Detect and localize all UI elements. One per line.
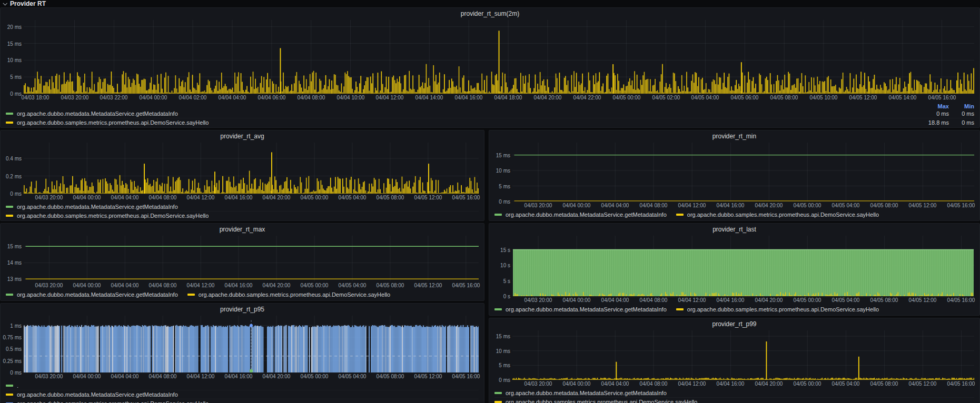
x-axis-label: 04/04 16:00 bbox=[708, 381, 753, 387]
legend-row: org.apache.dubbo.metadata.MetadataServic… bbox=[494, 210, 974, 219]
x-axis-label: 04/05 08:00 bbox=[762, 95, 806, 101]
x-axis-label: 04/05 12:00 bbox=[900, 203, 945, 209]
chart-legend: org.apache.dubbo.metadata.MetadataServic… bbox=[494, 305, 974, 314]
series-color-dash-icon bbox=[494, 401, 502, 403]
chart-plot-provider_rt_max[interactable] bbox=[24, 236, 479, 281]
legend-item[interactable]: org.apache.dubbo.samples.metrics.prometh… bbox=[494, 397, 974, 403]
series-color-dash-icon bbox=[676, 308, 684, 310]
x-axis-label: 04/05 12:00 bbox=[841, 95, 885, 101]
legend-item[interactable]: org.apache.dubbo.samples.metrics.prometh… bbox=[6, 211, 479, 220]
panel-title[interactable]: provider_rt_p99 bbox=[489, 320, 979, 328]
y-axis-label: 0.4 ms bbox=[2, 156, 22, 162]
panel-title[interactable]: provider_rt_avg bbox=[1, 133, 484, 140]
legend-series-name: org.apache.dubbo.metadata.MetadataServic… bbox=[506, 390, 667, 396]
x-axis-label: 04/05 08:00 bbox=[862, 203, 906, 209]
legend-item[interactable]: org.apache.dubbo.samples.metrics.prometh… bbox=[187, 291, 390, 298]
legend-series-name: org.apache.dubbo.samples.metrics.prometh… bbox=[17, 213, 209, 219]
x-axis-label: 04/04 20:00 bbox=[747, 203, 791, 209]
y-axis-label: 0 ms bbox=[2, 191, 22, 197]
y-axis-label: 15 ms bbox=[2, 41, 22, 47]
legend-header: MaxMin bbox=[6, 103, 974, 109]
x-axis-label: 04/05 12:00 bbox=[900, 297, 945, 304]
x-axis-label: 04/05 08:00 bbox=[862, 297, 906, 304]
x-axis-label: 04/04 04:00 bbox=[593, 203, 637, 209]
series-color-dash-icon bbox=[6, 206, 13, 208]
x-axis-label: 04/04 04:00 bbox=[593, 297, 637, 304]
legend-max-value: 0 ms bbox=[912, 110, 949, 117]
chevron-down-icon bbox=[3, 1, 7, 5]
legend-item[interactable]: . bbox=[6, 381, 479, 390]
series-color-dash-icon bbox=[676, 214, 684, 216]
panel-title[interactable]: provider_rt_min bbox=[489, 133, 979, 140]
series-color-dash-icon bbox=[6, 122, 13, 124]
legend-item[interactable]: org.apache.dubbo.metadata.MetadataServic… bbox=[494, 389, 974, 397]
x-axis-label: 04/04 04:00 bbox=[210, 95, 254, 101]
legend-item[interactable]: org.apache.dubbo.metadata.MetadataServic… bbox=[494, 306, 667, 313]
dashboard-row-header[interactable]: Provider RT bbox=[0, 0, 980, 7]
y-axis-label: 10 ms bbox=[2, 57, 22, 63]
legend-item[interactable]: org.apache.dubbo.metadata.MetadataServic… bbox=[494, 211, 667, 218]
x-axis-label: 04/05 00:00 bbox=[605, 95, 649, 101]
legend-max-value: 18.8 ms bbox=[912, 119, 949, 126]
legend-series-name: org.apache.dubbo.samples.metrics.prometh… bbox=[199, 291, 390, 298]
x-axis-label: 04/05 00:00 bbox=[785, 297, 829, 304]
chart-plot-provider_rt_p99[interactable] bbox=[512, 330, 974, 380]
panel-title[interactable]: provider_rt_sum(2m) bbox=[1, 10, 979, 17]
chart-plot-provider_rt_avg[interactable] bbox=[24, 143, 479, 194]
x-axis-label: 04/04 20:00 bbox=[747, 297, 791, 304]
legend-item[interactable]: org.apache.dubbo.samples.metrics.prometh… bbox=[676, 306, 879, 313]
x-axis-label: 04/04 12:00 bbox=[368, 95, 412, 101]
x-axis-label: 04/04 18:00 bbox=[486, 95, 530, 101]
legend-series-name: org.apache.dubbo.metadata.MetadataServic… bbox=[506, 211, 667, 218]
legend-item[interactable]: org.apache.dubbo.samples.metrics.prometh… bbox=[6, 118, 974, 127]
chart-plot-provider_rt_last[interactable] bbox=[512, 236, 974, 296]
x-axis-label: 04/05 06:00 bbox=[722, 95, 767, 101]
legend-series-name: org.apache.dubbo.samples.metrics.prometh… bbox=[506, 399, 697, 403]
y-axis-label: 5 ms bbox=[2, 74, 22, 80]
chart-legend: org.apache.dubbo.metadata.MetadataServic… bbox=[494, 389, 974, 403]
legend-row: org.apache.dubbo.metadata.MetadataServic… bbox=[494, 305, 974, 314]
y-axis-label: 5 ms bbox=[490, 184, 510, 189]
legend-item[interactable]: org.apache.dubbo.metadata.MetadataServic… bbox=[6, 109, 974, 118]
y-axis-label: 0 ms bbox=[2, 370, 22, 376]
legend-item[interactable]: org.apache.dubbo.metadata.MetadataServic… bbox=[6, 203, 479, 211]
panel-provider-rt-sum: provider_rt_sum(2m) 20 ms15 ms10 ms5 ms0… bbox=[0, 7, 980, 128]
x-axis-label: 04/03 18:00 bbox=[13, 95, 57, 101]
legend-header-min[interactable]: Min bbox=[949, 103, 974, 109]
panel-title[interactable]: provider_rt_last bbox=[489, 226, 979, 233]
x-axis-label: 04/04 10:00 bbox=[329, 95, 373, 101]
x-axis-label: 04/04 20:00 bbox=[747, 381, 791, 387]
legend-item[interactable]: org.apache.dubbo.samples.metrics.prometh… bbox=[676, 211, 879, 218]
legend-header-max[interactable]: Max bbox=[912, 103, 949, 109]
legend-min-value: 0 ms bbox=[949, 110, 974, 117]
x-axis-label: 04/05 16:00 bbox=[920, 95, 964, 101]
series-color-dash-icon bbox=[6, 394, 13, 396]
y-axis-label: 0 s bbox=[490, 294, 510, 299]
y-axis-label: 10 ms bbox=[490, 168, 510, 174]
x-axis-label: 04/03 20:00 bbox=[53, 95, 97, 101]
panel-title[interactable]: provider_rt_max bbox=[1, 226, 484, 233]
chart-plot-provider_rt_min[interactable] bbox=[512, 143, 974, 202]
x-axis-label: 04/05 16:00 bbox=[444, 374, 488, 380]
y-axis-label: 5 ms bbox=[490, 362, 510, 368]
y-axis-label: 20 ms bbox=[2, 24, 22, 30]
x-axis-label: 04/04 00:00 bbox=[555, 203, 599, 209]
y-axis-label: 10 ms bbox=[490, 348, 510, 354]
x-axis-label: 04/03 20:00 bbox=[516, 381, 560, 387]
legend-item[interactable]: org.apache.dubbo.metadata.MetadataServic… bbox=[6, 291, 178, 298]
y-axis-label: 0 ms bbox=[490, 199, 510, 205]
x-axis-label: 04/04 12:00 bbox=[670, 381, 714, 387]
x-axis-label: 04/04 00:00 bbox=[131, 95, 175, 101]
y-axis-label: 15 ms bbox=[490, 334, 510, 339]
panel-provider-rt-p95: provider_rt_p95 1 ms0.75 ms0.5 ms0.25 ms… bbox=[0, 303, 484, 403]
legend-item[interactable]: org.apache.dubbo.samples.metrics.prometh… bbox=[6, 399, 479, 403]
x-axis-label: 04/04 16:00 bbox=[708, 297, 753, 304]
chart-plot-provider_rt_p95[interactable] bbox=[24, 316, 479, 372]
x-axis-label: 04/03 20:00 bbox=[516, 297, 560, 304]
legend-item[interactable]: org.apache.dubbo.metadata.MetadataServic… bbox=[6, 390, 479, 399]
panel-title[interactable]: provider_rt_p95 bbox=[1, 306, 484, 313]
chart-plot-provider_rt_sum[interactable] bbox=[24, 20, 974, 94]
x-axis-label: 04/05 16:00 bbox=[444, 283, 488, 289]
y-axis-label: 10 s bbox=[490, 263, 510, 268]
x-axis-label: 04/04 06:00 bbox=[250, 95, 294, 101]
